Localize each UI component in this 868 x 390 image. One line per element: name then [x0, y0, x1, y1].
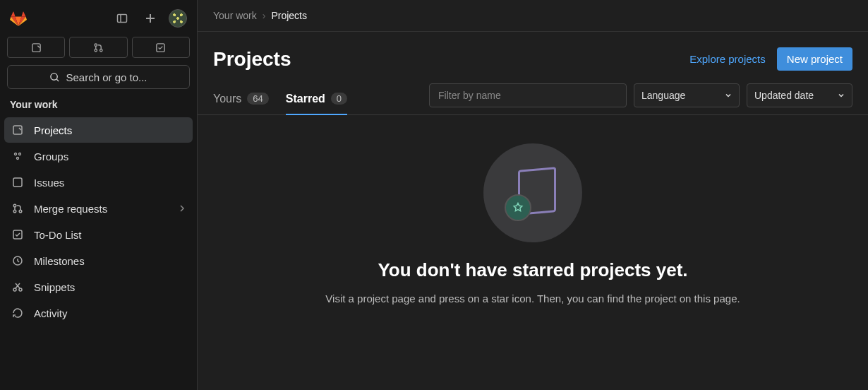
sidebar-item-snippets[interactable]: Snippets: [4, 274, 193, 300]
main-content: Your work › Projects Projects Explore pr…: [198, 0, 868, 390]
gitlab-logo[interactable]: [10, 10, 27, 27]
tab-yours[interactable]: Yours 64: [213, 84, 269, 115]
nav-list: Projects Groups Issues Merge requests To…: [0, 117, 197, 326]
sidebar-item-label: Milestones: [34, 255, 85, 267]
tab-count: 0: [331, 93, 347, 105]
svg-point-14: [17, 158, 19, 160]
shortcut-issues[interactable]: [7, 37, 65, 58]
select-label: Updated date: [754, 90, 814, 101]
sidebar-item-todo[interactable]: To-Do List: [4, 222, 193, 247]
empty-description: Visit a project page and press on a star…: [325, 291, 740, 307]
svg-point-6: [95, 49, 97, 51]
chevron-right-icon: ›: [263, 10, 266, 21]
shortcut-todo[interactable]: [132, 37, 190, 58]
svg-point-7: [100, 49, 102, 51]
sidebar-item-label: Activity: [34, 307, 68, 319]
tab-label: Yours: [213, 93, 241, 105]
groups-icon: [11, 150, 24, 162]
merge-icon: [11, 202, 24, 215]
new-project-button[interactable]: New project: [777, 47, 852, 71]
explore-projects-link[interactable]: Explore projects: [689, 53, 766, 65]
shortcut-merge[interactable]: [69, 37, 127, 58]
search-button[interactable]: Search or go to...: [7, 65, 190, 89]
todo-icon: [11, 228, 24, 241]
chevron-down-icon: [838, 92, 845, 99]
avatar[interactable]: [169, 9, 187, 28]
page-title: Projects: [213, 48, 291, 71]
panel-icon[interactable]: [112, 8, 132, 28]
svg-line-10: [57, 79, 59, 81]
breadcrumb-parent[interactable]: Your work: [213, 10, 257, 21]
empty-illustration: [483, 143, 582, 242]
shortcut-row: [0, 37, 197, 65]
sidebar-item-label: To-Do List: [34, 229, 82, 241]
tab-starred[interactable]: Starred 0: [286, 84, 347, 115]
filter-group: Language Updated date: [429, 83, 852, 114]
breadcrumb: Your work › Projects: [198, 0, 868, 32]
empty-title: You don't have starred projects yet.: [378, 259, 687, 281]
chevron-right-icon: [179, 205, 186, 212]
activity-icon: [11, 307, 24, 319]
svg-point-9: [51, 73, 57, 79]
svg-rect-0: [118, 15, 127, 23]
chevron-down-icon: [725, 92, 732, 99]
page-header: Projects Explore projects New project: [198, 32, 868, 83]
svg-rect-15: [13, 178, 22, 187]
svg-point-5: [95, 44, 97, 46]
breadcrumb-current: Projects: [271, 10, 307, 21]
plus-icon[interactable]: [140, 8, 160, 28]
sidebar-item-issues[interactable]: Issues: [4, 170, 193, 195]
project-icon: [11, 124, 24, 136]
svg-point-12: [15, 153, 17, 155]
sidebar-item-label: Projects: [34, 124, 72, 136]
svg-point-17: [13, 210, 16, 213]
sidebar-top: [0, 0, 197, 37]
empty-state: You don't have starred projects yet. Vis…: [198, 115, 868, 390]
svg-point-18: [19, 210, 22, 213]
select-label: Language: [641, 90, 685, 101]
tab-count: 64: [247, 93, 268, 105]
search-icon: [49, 72, 60, 83]
issues-icon: [11, 176, 24, 189]
svg-point-13: [19, 153, 21, 155]
sort-select[interactable]: Updated date: [747, 83, 852, 107]
filter-name-input[interactable]: [429, 83, 627, 107]
language-select[interactable]: Language: [634, 83, 740, 107]
sidebar-item-label: Snippets: [34, 281, 75, 293]
svg-point-22: [19, 288, 22, 291]
sidebar-item-projects[interactable]: Projects: [4, 117, 193, 143]
sidebar-item-label: Merge requests: [34, 203, 107, 215]
svg-point-16: [13, 204, 16, 207]
svg-point-21: [13, 288, 16, 291]
sidebar-item-milestones[interactable]: Milestones: [4, 248, 193, 273]
sidebar-item-groups[interactable]: Groups: [4, 143, 193, 169]
clock-icon: [11, 254, 24, 267]
sidebar-item-label: Issues: [34, 177, 64, 189]
tabs-row: Yours 64 Starred 0 Language Updated date: [198, 83, 868, 115]
snippets-icon: [11, 280, 24, 293]
search-label: Search or go to...: [66, 71, 147, 83]
sidebar-item-label: Groups: [34, 150, 68, 162]
sidebar-item-activity[interactable]: Activity: [4, 300, 193, 326]
sidebar: Search or go to... Your work Projects Gr…: [0, 0, 198, 390]
section-label: Your work: [0, 99, 197, 117]
star-icon: [505, 194, 531, 221]
tab-label: Starred: [286, 93, 325, 105]
sidebar-item-merge-requests[interactable]: Merge requests: [4, 196, 193, 221]
